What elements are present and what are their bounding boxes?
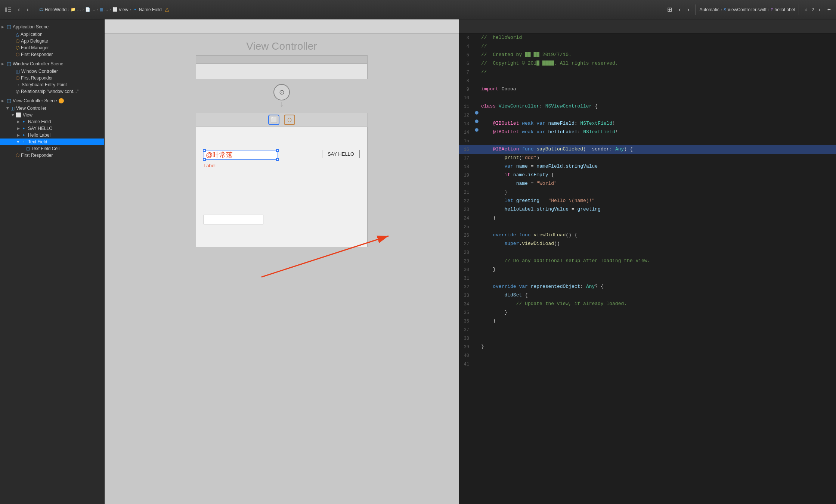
- breakpoint-dot[interactable]: [475, 128, 479, 132]
- tf-arrow: ▶: [16, 139, 20, 144]
- responder-canvas-icon[interactable]: ⬡: [284, 115, 295, 125]
- say-hello-button[interactable]: SAY HELLO: [322, 150, 360, 158]
- nav-application[interactable]: ▶ △ Application: [0, 31, 104, 38]
- outlet-text: helloLabel: [775, 7, 795, 12]
- window-scene-box: [196, 55, 368, 79]
- code-line-28: 28: [459, 248, 836, 257]
- nav-forward-code-button[interactable]: ›: [685, 5, 691, 15]
- forward-button[interactable]: ›: [24, 5, 31, 15]
- tfc-arrow: ▶: [21, 147, 26, 150]
- font-manager-label: Font Manager: [21, 45, 104, 50]
- nav-view-controller[interactable]: ▶ ◫ View Controller: [0, 105, 104, 112]
- code-line-8: 8: [459, 77, 836, 85]
- breadcrumb-view[interactable]: ⬜ View: [112, 7, 129, 12]
- nav-storyboard-entry[interactable]: ▶ → Storyboard Entry Point: [0, 81, 104, 88]
- hello-label-field: [204, 215, 263, 224]
- line-code-text: // Do any additional setup after loading…: [480, 257, 836, 265]
- line-code-text: //: [480, 42, 836, 50]
- code-line-19: 19 if name.isEmpty {: [459, 171, 836, 180]
- breadcrumb-dots3[interactable]: ▦ ...: [99, 7, 108, 12]
- text-field-content: @叶常落: [206, 150, 233, 159]
- tf-icon: 🔹: [21, 139, 27, 144]
- application-icon: △: [16, 32, 19, 37]
- line-code-text: }: [480, 265, 836, 274]
- bc-dots2-label: ...: [92, 7, 95, 12]
- code-line-26: 26 override func viewDidLoad() {: [459, 231, 836, 240]
- toolbar-sep-2: [695, 4, 696, 15]
- line-number: 3: [459, 34, 474, 42]
- nav-say-hello[interactable]: ▶ 🔹 SAY HELLO: [0, 125, 104, 132]
- handle-tr: [276, 149, 279, 152]
- line-code-text: didSet {: [480, 291, 836, 299]
- canvas-view-content: @叶常落 Label SAY HELLO: [196, 127, 367, 247]
- sidebar-toggle-button[interactable]: [3, 6, 13, 14]
- nav-window-controller[interactable]: ▶ ◫ Window Controller: [0, 68, 104, 75]
- add-button[interactable]: +: [825, 5, 833, 15]
- nav-first-responder-3[interactable]: ▶ ⬡ First Responder: [0, 152, 104, 159]
- svg-rect-1: [8, 7, 11, 8]
- line-number: 17: [459, 154, 474, 162]
- breadcrumb-dots2[interactable]: 📄 ...: [85, 7, 95, 12]
- breadcrumb-helloworld[interactable]: 🗂 HelloWorld: [39, 7, 66, 12]
- automatic-label[interactable]: Automatic: [699, 7, 719, 12]
- line-number: 15: [459, 137, 474, 145]
- nav-name-field[interactable]: ▶ 🔹 Name Field: [0, 118, 104, 125]
- breadcrumb-helloworld-label: HelloWorld: [45, 7, 66, 12]
- breadcrumb-namefield[interactable]: 🔹 Name Field: [133, 7, 162, 12]
- line-code-text: // Copyright © 201█ ████. All rights res…: [480, 59, 836, 68]
- line-number: 36: [459, 317, 474, 326]
- line-number: 24: [459, 214, 474, 223]
- nav-view[interactable]: ▶ ⬜ View: [0, 112, 104, 118]
- swift-file-label[interactable]: S ViewController.swift: [724, 7, 767, 12]
- nav-back-code-button[interactable]: ‹: [676, 5, 683, 15]
- nav-first-responder-2[interactable]: ▶ ⬡ First Responder: [0, 75, 104, 81]
- code-line-5: 5// Created by ██ ██ 2019/7/10.: [459, 51, 836, 59]
- line-number: 40: [459, 351, 474, 360]
- code-line-4: 4//: [459, 42, 836, 51]
- line-number: 23: [459, 205, 474, 214]
- page-forward-button[interactable]: ›: [816, 5, 823, 15]
- text-field-cell-label: Text Field Cell: [31, 146, 104, 151]
- code-line-25: 25: [459, 223, 836, 231]
- vc-title-area: View Controller: [105, 34, 459, 55]
- grid-view-button[interactable]: ⊞: [665, 4, 674, 15]
- vc-scene-header[interactable]: ▶ ◫ View Controller Scene: [0, 96, 104, 105]
- nav-hello-label[interactable]: ▶ 🔹 Hello Label: [0, 132, 104, 139]
- app-scene-arrow: ▶: [1, 25, 7, 29]
- rel-arrow: ▶: [10, 90, 16, 93]
- vc-scene-icon: ◫: [7, 98, 11, 103]
- outlet-label[interactable]: P helloLabel: [771, 7, 795, 12]
- sep3: ›: [97, 7, 98, 12]
- code-line-12: 12: [459, 111, 836, 119]
- page-back-button[interactable]: ‹: [803, 5, 809, 15]
- bc-namefield-label: Name Field: [139, 7, 162, 12]
- line-number: 26: [459, 231, 474, 240]
- view-arrow: ▶: [11, 112, 15, 118]
- nav-font-manager[interactable]: ▶ ⬡ Font Manager: [0, 44, 104, 51]
- breakpoint-dot[interactable]: [475, 111, 479, 115]
- view-canvas-icon[interactable]: ⬜: [268, 115, 279, 125]
- sep4: ›: [109, 7, 111, 12]
- nav-text-field-cell[interactable]: ▶ ◻ Text Field Cell: [0, 145, 104, 152]
- code-content[interactable]: 3// helloWorld4//5// Created by ██ ██ 20…: [459, 34, 836, 504]
- window-controller-scene-header[interactable]: ▶ ◫ Window Controller Scene: [0, 59, 104, 68]
- nav-text-field[interactable]: ▶ 🔹 Text Field: [0, 139, 104, 145]
- fr1-arrow: ▶: [10, 53, 16, 56]
- line-code-text: }: [480, 308, 836, 317]
- selected-text-field[interactable]: @叶常落: [204, 150, 278, 160]
- application-scene-header[interactable]: ▶ ◫ Application Scene: [0, 22, 104, 31]
- breadcrumb-dots1[interactable]: 📁 ...: [71, 7, 81, 12]
- handle-br: [276, 158, 279, 161]
- relationship-label: Relationship "window cont...": [21, 89, 104, 94]
- back-button[interactable]: ‹: [16, 5, 22, 15]
- line-number: 27: [459, 240, 474, 248]
- nav-relationship[interactable]: ▶ ◎ Relationship "window cont...": [0, 88, 104, 95]
- breakpoint-dot[interactable]: [475, 119, 479, 123]
- code-line-41: 41: [459, 360, 836, 368]
- line-code-text: print("ddd"): [480, 154, 836, 162]
- delegate-icon: ⬡: [16, 38, 19, 44]
- canvas-scroll-area[interactable]: ⊙ ↓ ⬜ ⬡ @叶常落: [105, 55, 459, 504]
- view-label: View: [23, 112, 104, 118]
- nav-app-delegate[interactable]: ▶ ⬡ App Delegate: [0, 38, 104, 44]
- nav-first-responder-1[interactable]: ▶ ⬡ First Responder: [0, 51, 104, 58]
